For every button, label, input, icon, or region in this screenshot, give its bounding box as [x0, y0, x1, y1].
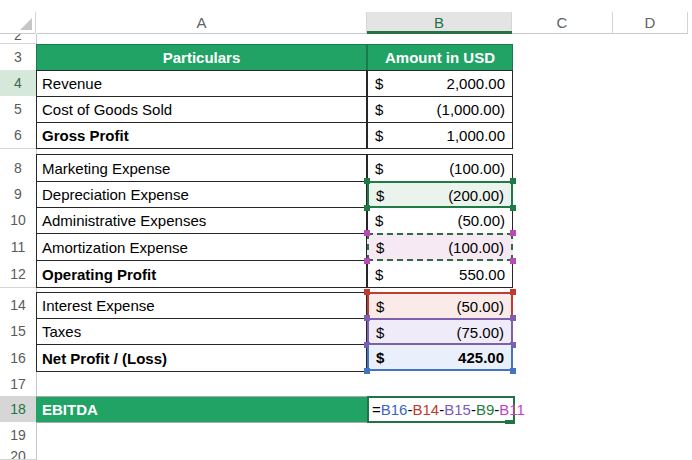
row-header-18[interactable]: 18 — [0, 396, 36, 423]
currency-symbol: $ — [376, 186, 384, 203]
selected-column-underline — [367, 31, 512, 34]
amount-value: 2,000.00 — [447, 75, 505, 92]
amount-value: (100.00) — [448, 239, 504, 256]
row-header-16[interactable]: 16 — [0, 344, 36, 372]
row-header-11[interactable]: 11 — [0, 233, 36, 261]
amount-value: (1,000.00) — [437, 101, 505, 118]
row-header-8[interactable]: 8 — [0, 154, 36, 182]
ref-handle[interactable] — [364, 289, 370, 295]
cell-A9[interactable]: Depreciation Expense — [36, 181, 367, 208]
currency-symbol: $ — [376, 323, 384, 340]
ref-handle[interactable] — [364, 315, 370, 321]
column-header-D[interactable]: D — [613, 12, 688, 34]
amount-value: (50.00) — [456, 298, 504, 315]
currency-symbol: $ — [376, 298, 384, 315]
cell-B5[interactable]: $ (1,000.00) — [367, 96, 513, 123]
row-header-14[interactable]: 14 — [0, 292, 36, 319]
cell-B10[interactable]: $ (50.00) — [367, 207, 513, 234]
formula-part: B16 — [381, 401, 408, 418]
row-header-4[interactable]: 4 — [0, 70, 36, 97]
row-header-3[interactable]: 3 — [0, 44, 36, 71]
cell-A6[interactable]: Gross Profit — [36, 122, 367, 149]
cell-A14[interactable]: Interest Expense — [36, 292, 367, 319]
cell-B14-reference-red[interactable]: $ (50.00) — [367, 292, 513, 318]
spreadsheet: A B C D 2 3 4 5 6 8 9 10 11 12 14 15 16 … — [0, 0, 692, 460]
cell-B15-reference-purple[interactable]: $ (75.00) — [367, 318, 513, 345]
row-header-2-partial[interactable]: 2 — [0, 34, 36, 44]
ref-handle[interactable] — [510, 289, 516, 295]
row-header-9[interactable]: 9 — [0, 181, 36, 208]
row-header-20-partial[interactable]: 20 — [0, 448, 36, 460]
cell-B8[interactable]: $ (100.00) — [367, 154, 513, 182]
cell-B3-amount-header[interactable]: Amount in USD — [367, 44, 513, 71]
row-header-6[interactable]: 6 — [0, 122, 36, 149]
row-header-15[interactable]: 15 — [0, 318, 36, 345]
cell-A16[interactable]: Net Profit / (Loss) — [36, 344, 367, 372]
cell-A10[interactable]: Administrative Expenses — [36, 207, 367, 234]
currency-symbol: $ — [375, 266, 383, 283]
cell-B11-reference-magenta[interactable]: $ (100.00) — [367, 233, 513, 261]
fill-handle[interactable] — [505, 420, 515, 424]
row-header-12[interactable]: 12 — [0, 260, 36, 288]
currency-symbol: $ — [375, 127, 383, 144]
cell-B9-reference-green[interactable]: $ (200.00) — [367, 181, 513, 208]
select-all-corner[interactable] — [0, 12, 36, 34]
currency-symbol: $ — [375, 75, 383, 92]
amount-value: 550.00 — [459, 266, 505, 283]
select-all-triangle-icon — [20, 18, 32, 30]
cell-A11[interactable]: Amortization Expense — [36, 233, 367, 261]
ref-handle[interactable] — [364, 178, 370, 184]
ref-handle[interactable] — [364, 205, 370, 211]
currency-symbol: $ — [375, 160, 383, 177]
column-header-C[interactable]: C — [512, 12, 613, 34]
amount-value: (50.00) — [457, 212, 505, 229]
formula-part: B15 — [444, 401, 471, 418]
cell-A8[interactable]: Marketing Expense — [36, 154, 367, 182]
cell-B4[interactable]: $ 2,000.00 — [367, 70, 513, 97]
cell-B6[interactable]: $ 1,000.00 — [367, 122, 513, 149]
cell-B18-formula-input[interactable]: =B16-B14-B15-B9-B11 — [367, 396, 515, 423]
ref-handle[interactable] — [510, 258, 516, 264]
currency-symbol: $ — [376, 349, 384, 366]
cell-B16-reference-blue[interactable]: $ 425.00 — [367, 345, 513, 371]
ref-handle[interactable] — [364, 230, 370, 236]
ref-handle[interactable] — [510, 368, 516, 374]
row-header-10[interactable]: 10 — [0, 207, 36, 234]
cell-A18-ebitda-label[interactable]: EBITDA — [36, 396, 367, 423]
row-header-19[interactable]: 19 — [0, 422, 36, 449]
cell-A5[interactable]: Cost of Goods Sold — [36, 96, 367, 123]
currency-symbol: $ — [375, 212, 383, 229]
cell-A4[interactable]: Revenue — [36, 70, 367, 97]
row-header-5[interactable]: 5 — [0, 96, 36, 123]
amount-value: (200.00) — [448, 186, 504, 203]
amount-value: (75.00) — [456, 323, 504, 340]
amount-value: (100.00) — [449, 160, 505, 177]
ref-handle[interactable] — [510, 178, 516, 184]
currency-symbol: $ — [376, 239, 384, 256]
formula-part: B9 — [476, 401, 494, 418]
currency-symbol: $ — [375, 101, 383, 118]
formula-part: = — [372, 401, 381, 418]
cell-A3-particulars-header[interactable]: Particulars — [36, 44, 367, 71]
ref-handle[interactable] — [510, 205, 516, 211]
row-header-17[interactable]: 17 — [0, 371, 36, 397]
cell-A15[interactable]: Taxes — [36, 318, 367, 345]
ref-handle[interactable] — [364, 258, 370, 264]
cell-A12[interactable]: Operating Profit — [36, 260, 367, 288]
amount-value: 425.00 — [458, 349, 504, 366]
cell-B12[interactable]: $ 550.00 — [367, 260, 513, 288]
formula-part: B14 — [412, 401, 439, 418]
ref-handle[interactable] — [364, 368, 370, 374]
formula-part: B11 — [499, 401, 525, 418]
column-header-A[interactable]: A — [37, 12, 367, 34]
ref-handle[interactable] — [510, 230, 516, 236]
ref-handle[interactable] — [510, 315, 516, 321]
amount-value: 1,000.00 — [447, 127, 505, 144]
